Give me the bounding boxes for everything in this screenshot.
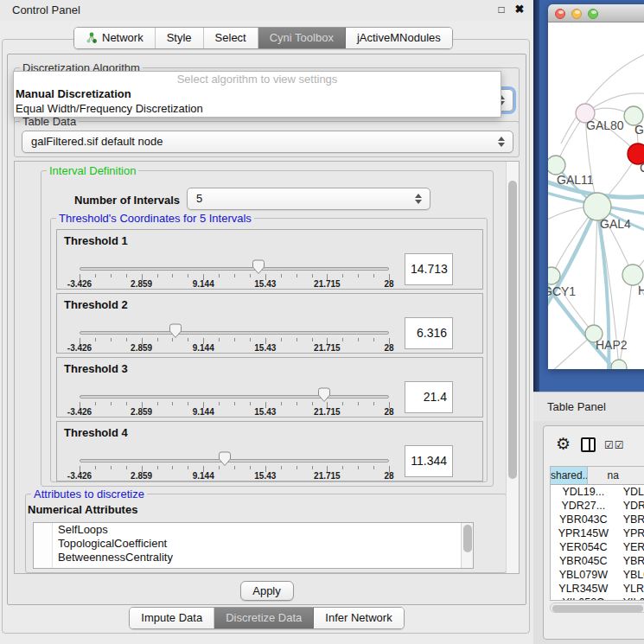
- table-header-row: shared...na: [551, 467, 644, 485]
- slider-tick: [111, 466, 112, 469]
- threshold-slider-track[interactable]: [80, 459, 389, 462]
- slider-tick-label: -3.426: [58, 279, 101, 289]
- node-attribute-table[interactable]: shared...na YDL19...YDL1YDR27...YDR2YBR0…: [550, 466, 644, 601]
- slider-tick: [312, 338, 313, 341]
- network-node[interactable]: [548, 267, 560, 284]
- tab-label: Style: [167, 28, 192, 48]
- slider-tick: [95, 466, 96, 469]
- thresholds-groupbox: Threshold's Coordinates for 5 Intervals …: [50, 218, 488, 482]
- attribute-list-item[interactable]: BetweennessCentrality: [58, 551, 473, 564]
- threshold-slider-track[interactable]: [80, 395, 389, 399]
- zoom-traffic-light-icon[interactable]: [588, 9, 598, 19]
- slider-tick: [296, 338, 297, 341]
- table-row[interactable]: YLR345WYLR3: [551, 582, 644, 596]
- tab-network[interactable]: Network: [74, 28, 156, 48]
- bottom-tab-infer-network[interactable]: Infer Network: [314, 608, 403, 628]
- network-canvas[interactable]: GAL80GACGAL11GAL4GCY1HHAP2: [548, 22, 644, 369]
- table-row[interactable]: YDL19...YDL1: [551, 485, 644, 499]
- close-icon[interactable]: ✖: [513, 3, 526, 16]
- tab-style[interactable]: Style: [156, 28, 204, 48]
- table-column-header[interactable]: shared...: [551, 467, 588, 485]
- popup-placeholder: Select algorithm to view settings: [14, 72, 501, 86]
- threshold-slider-thumb[interactable]: [169, 323, 182, 339]
- threshold-value-field[interactable]: 14.713: [405, 253, 453, 285]
- threshold-label: Threshold 2: [64, 298, 128, 311]
- minimize-traffic-light-icon[interactable]: [571, 9, 582, 19]
- close-traffic-light-icon[interactable]: [555, 9, 565, 19]
- threshold-value-field[interactable]: 6.316: [405, 317, 453, 349]
- checkbox-filter-icon[interactable]: ☑☑: [604, 439, 625, 451]
- threshold-slider-track[interactable]: [80, 267, 389, 271]
- network-node-label: GAL11: [557, 173, 594, 187]
- table-row[interactable]: YIL052CYIL0: [551, 596, 644, 601]
- threshold-slider-thumb[interactable]: [218, 451, 232, 467]
- network-node[interactable]: [611, 360, 627, 369]
- settings-scrollbar[interactable]: [506, 162, 519, 573]
- table-cell: YBL079W: [551, 568, 616, 582]
- slider-tick: [373, 338, 374, 341]
- bottom-tab-impute-data[interactable]: Impute Data: [130, 608, 214, 628]
- slider-tick: [157, 338, 158, 341]
- threshold-label: Threshold 1: [64, 234, 128, 247]
- table-row[interactable]: YBR043CYBR0: [551, 513, 644, 526]
- threshold-label: Threshold 3: [64, 362, 128, 375]
- table-row[interactable]: YBL079WYBL0: [551, 568, 644, 582]
- slider-tick-label: 21.715: [305, 343, 348, 353]
- popup-option[interactable]: Manual Discretization: [14, 86, 501, 101]
- tab-cyni-toolbox[interactable]: Cyni Toolbox: [258, 28, 346, 48]
- slider-tick: [358, 274, 359, 277]
- attribute-list-item[interactable]: SelfLoops: [58, 523, 473, 537]
- threshold-panel: Threshold 2-3.4262.8599.14415.4321.71528…: [56, 293, 483, 354]
- table-row[interactable]: YBR045CYBR0: [551, 554, 644, 568]
- bottom-tab-bar: Impute DataDiscretize DataInfer Network: [0, 607, 533, 629]
- table-toolbar: ⚙ ☑☑: [544, 426, 644, 464]
- bottom-tab-label: Impute Data: [141, 608, 202, 628]
- bottom-tab-label: Discretize Data: [226, 608, 302, 628]
- table-cell: YBR0: [616, 554, 644, 568]
- columns-icon[interactable]: [581, 437, 596, 452]
- table-horizontal-scrollbar[interactable]: [550, 603, 644, 613]
- slider-tick-label: -3.426: [58, 407, 101, 417]
- panel-title: Control Panel: [12, 3, 80, 16]
- slider-tick: [157, 274, 158, 277]
- slider-tick-label: 15.43: [244, 279, 287, 289]
- algorithm-dropdown-popup: Select algorithm to view settingsManual …: [13, 71, 501, 118]
- slider-tick: [358, 402, 359, 405]
- table-data-combobox[interactable]: galFiltered.sif default node: [22, 131, 513, 153]
- network-node-label: HAP2: [596, 338, 628, 352]
- network-node[interactable]: [622, 265, 643, 285]
- threshold-slider-track[interactable]: [80, 331, 389, 335]
- slider-tick: [111, 274, 112, 277]
- numerical-attributes-list[interactable]: SelfLoopsTopologicalCoefficientBetweenne…: [33, 522, 474, 569]
- slider-tick: [358, 338, 359, 341]
- threshold-value-field[interactable]: 11.344: [405, 445, 453, 477]
- tab-jactivemnodules[interactable]: jActiveMNodules: [346, 28, 452, 48]
- bottom-tab-discretize-data[interactable]: Discretize Data: [214, 608, 314, 628]
- network-window-titlebar[interactable]: [548, 4, 644, 22]
- threshold-slider-thumb[interactable]: [252, 259, 265, 275]
- tab-select[interactable]: Select: [204, 28, 258, 48]
- table-row[interactable]: YDR27...YDR2: [551, 499, 644, 513]
- network-node[interactable]: [548, 156, 565, 175]
- num-intervals-combobox[interactable]: 5: [187, 188, 430, 210]
- popup-option[interactable]: Equal Width/Frequency Discretization: [14, 101, 501, 116]
- slider-tick: [188, 466, 188, 469]
- apply-button[interactable]: Apply: [240, 581, 294, 601]
- slider-tick: [250, 402, 251, 405]
- gear-icon[interactable]: ⚙: [556, 434, 571, 454]
- bottom-tab-group: Impute DataDiscretize DataInfer Network: [129, 607, 404, 629]
- attribute-list-item[interactable]: TopologicalCoefficient: [58, 537, 473, 551]
- table-cell: YBR0: [616, 513, 644, 526]
- threshold-panel: Threshold 1-3.4262.8599.14415.4321.71528…: [56, 229, 483, 290]
- attribute-list-scrollbar[interactable]: [461, 523, 473, 568]
- tab-label: Cyni Toolbox: [270, 28, 334, 48]
- threshold-slider-thumb[interactable]: [317, 387, 331, 403]
- table-cell: YPR145W: [551, 526, 616, 540]
- threshold-value-field[interactable]: 21.4: [405, 381, 453, 413]
- float-icon[interactable]: □: [494, 3, 508, 16]
- network-icon: [86, 32, 98, 44]
- table-row[interactable]: YPR145WYPR1: [551, 526, 644, 540]
- table-column-header[interactable]: na: [588, 467, 644, 485]
- table-row[interactable]: YER054CYER0: [551, 540, 644, 554]
- slider-tick: [157, 402, 158, 405]
